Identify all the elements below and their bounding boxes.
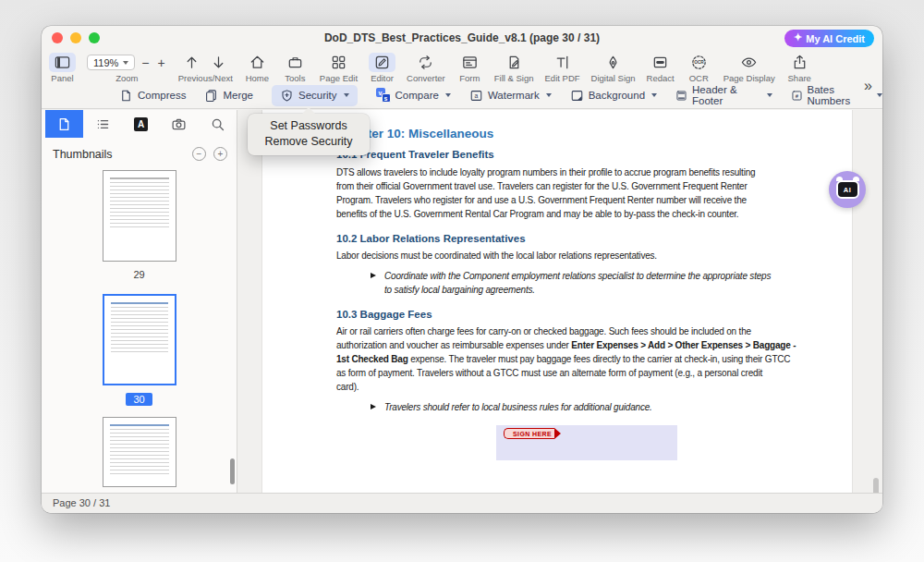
title-bar: DoD_DTS_Best_Practices_Guide_v8.1 (page … <box>42 26 882 51</box>
tab-outline[interactable] <box>83 110 121 138</box>
compress-button[interactable]: Compress <box>119 89 186 103</box>
next-page-button[interactable] <box>210 54 227 71</box>
tab-thumbnails[interactable] <box>45 110 83 138</box>
compress-label: Compress <box>138 90 186 101</box>
zoom-window-button[interactable] <box>89 32 100 43</box>
sign-here-arrow-icon <box>554 428 561 439</box>
thumb-decor <box>110 182 169 230</box>
thumb-decor <box>111 302 168 304</box>
content-area: A Thumbnails − + 29 <box>42 110 882 493</box>
tab-search[interactable] <box>199 110 237 138</box>
annotation-icon: A <box>134 117 148 131</box>
sidebar-tabbar: A <box>42 110 237 138</box>
section-heading-10-1: 10.1 Frequent Traveler Benefits <box>336 149 815 160</box>
redact-button[interactable]: Redact <box>647 53 675 83</box>
body-line: Air or rail carriers often charge fees f… <box>336 324 815 338</box>
sign-here-tag: SIGN HERE <box>504 428 561 439</box>
thumb-decor <box>110 424 169 426</box>
panel-icon <box>54 54 71 71</box>
tools-button[interactable]: Tools <box>282 53 309 83</box>
ai-assistant-button[interactable]: AI <box>829 171 866 208</box>
home-icon <box>249 54 266 71</box>
bullet-line: Travelers should refer to local business… <box>384 400 652 414</box>
signature-field[interactable]: SIGN HERE <box>496 425 677 460</box>
ocr-button[interactable]: OCR OCR <box>686 53 712 83</box>
paragraph: Labor decisions must be coordinated with… <box>336 249 815 263</box>
thumbnail-page-29[interactable] <box>103 170 176 262</box>
chapter-heading: Chapter 10: Miscellaneous <box>336 127 815 140</box>
menu-item-set-passwords[interactable]: Set Passwords <box>248 118 370 134</box>
zoom-out-button[interactable]: − <box>140 56 151 69</box>
thumbnail-page-30[interactable] <box>103 294 176 385</box>
camera-icon <box>171 116 187 132</box>
header-footer-button[interactable]: Header & Footer <box>675 84 772 106</box>
chevron-down-icon <box>344 93 349 97</box>
body-line: benefits of the U.S. Government Rental C… <box>336 207 815 221</box>
zoom-in-button[interactable]: + <box>156 56 167 69</box>
pdf-page: Chapter 10: Miscellaneous 10.1 Frequent … <box>261 110 853 493</box>
panel-button[interactable]: Panel <box>49 53 76 83</box>
editor-button[interactable]: Editor <box>369 53 395 83</box>
thumb-decor <box>111 307 168 355</box>
thumbnail-page-31[interactable] <box>103 417 176 487</box>
background-button[interactable]: Background <box>570 89 657 103</box>
document-scrollbar[interactable] <box>873 478 879 493</box>
form-window-icon <box>461 54 479 71</box>
bullet-arrow-icon <box>371 273 376 278</box>
zoom-value: 119% <box>93 57 118 68</box>
briefcase-icon <box>286 54 304 71</box>
compare-icon: v s <box>376 88 391 103</box>
ocr-icon: OCR <box>690 54 708 71</box>
menu-item-remove-security[interactable]: Remove Security <box>248 134 370 150</box>
share-button[interactable]: Share <box>786 53 813 83</box>
thumbnails-header: Thumbnails − + <box>42 138 237 165</box>
pen-nib-icon <box>604 54 622 71</box>
converter-button[interactable]: Converter <box>407 53 445 83</box>
section-heading-10-3: 10.3 Baggage Fees <box>336 309 815 320</box>
bullet-line: to satisfy local bargaining agreements. <box>384 283 771 297</box>
body-line: Program. Travelers who register for and … <box>336 193 815 207</box>
svg-text:#: # <box>795 92 798 98</box>
form-button[interactable]: Form <box>456 53 483 83</box>
paragraph: DTS allows travelers to include loyalty … <box>336 165 815 221</box>
search-icon <box>210 116 225 132</box>
my-ai-credit-button[interactable]: ✦ My AI Credit <box>784 30 874 47</box>
page-indicator: Page 30 / 31 <box>53 497 110 508</box>
background-label: Background <box>589 90 645 101</box>
grid-icon <box>330 54 347 71</box>
previous-page-button[interactable] <box>183 54 201 71</box>
svg-text:OCR: OCR <box>694 60 704 65</box>
zoom-level-select[interactable]: 119% <box>87 55 135 70</box>
edit-pdf-button[interactable]: Edit PDF <box>545 53 580 83</box>
redact-icon <box>651 54 669 71</box>
page-edit-button[interactable]: Page Edit <box>320 53 358 83</box>
security-dropdown-menu: Set Passwords Remove Security <box>248 114 370 155</box>
page-display-button[interactable]: Page Display <box>723 53 775 83</box>
thumbnail-list: 29 30 <box>42 165 237 487</box>
digital-sign-button[interactable]: Digital Sign <box>591 53 636 83</box>
thumbnail-zoom-in-button[interactable]: + <box>213 147 227 161</box>
sidebar-scrollbar[interactable] <box>230 458 235 484</box>
merge-button[interactable]: Merge <box>204 89 253 103</box>
close-window-button[interactable] <box>52 32 63 43</box>
tab-snapshot[interactable] <box>160 110 198 138</box>
fill-sign-button[interactable]: Fill & Sign <box>494 53 534 83</box>
minimize-window-button[interactable] <box>70 32 81 43</box>
security-button[interactable]: Security Set Passwords Remove Security <box>272 85 358 106</box>
home-button[interactable]: Home <box>244 53 271 83</box>
tab-annotations[interactable]: A <box>122 110 160 138</box>
pencil-square-icon <box>373 54 391 71</box>
bullet-arrow-icon <box>371 404 376 409</box>
chevron-down-icon <box>123 61 128 65</box>
compare-button[interactable]: v s Compare <box>376 88 451 103</box>
bates-numbers-button[interactable]: # Bates Numbers <box>791 84 882 106</box>
watermark-button[interactable]: a Watermark <box>469 89 552 103</box>
zoom-control: 119% − + Zoom <box>87 53 167 83</box>
thumbnails-title: Thumbnails <box>53 148 113 161</box>
thumbnail-zoom-out-button[interactable]: − <box>192 147 206 161</box>
bullet-item: Travelers should refer to local business… <box>336 400 815 414</box>
chevron-down-icon <box>877 93 882 97</box>
thumb-decor <box>110 177 169 179</box>
shield-icon <box>280 89 294 103</box>
document-pen-icon <box>505 54 523 71</box>
